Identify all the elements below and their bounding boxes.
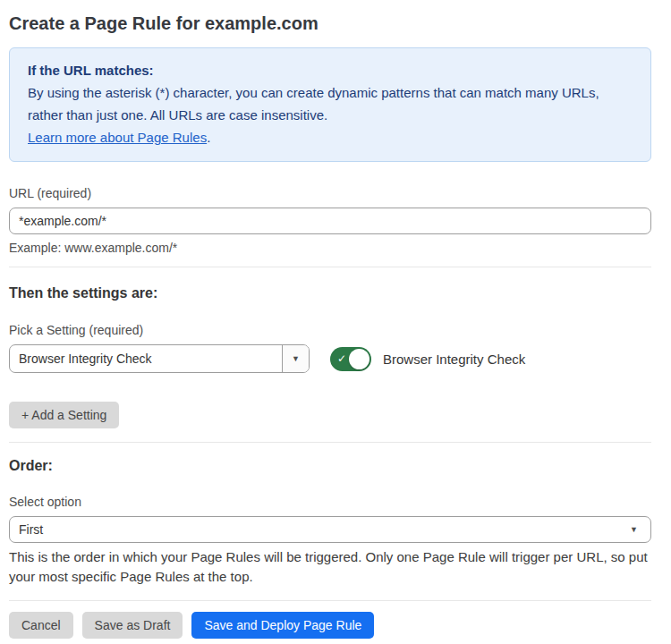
setting-toggle[interactable]: ✓ [330, 347, 371, 371]
setting-toggle-label: Browser Integrity Check [383, 352, 525, 367]
link-suffix: . [207, 130, 210, 145]
section-divider [9, 442, 651, 443]
save-as-draft-button[interactable]: Save as Draft [82, 612, 183, 639]
order-help-text: This is the order in which your Page Rul… [9, 547, 651, 587]
cancel-button[interactable]: Cancel [9, 612, 73, 639]
order-section-heading: Order: [9, 457, 651, 475]
settings-section-heading: Then the settings are: [9, 284, 651, 302]
toggle-knob [349, 349, 369, 369]
chevron-down-icon: ▼ [292, 355, 300, 363]
create-page-rule-form: Create a Page Rule for example.com If th… [0, 0, 671, 639]
footer-divider [9, 600, 651, 601]
learn-more-link[interactable]: Learn more about Page Rules [28, 130, 207, 145]
url-input[interactable] [9, 208, 651, 234]
footer-actions: Cancel Save as Draft Save and Deploy Pag… [9, 612, 651, 639]
info-box-body: By using the asterisk (*) character, you… [28, 81, 633, 126]
order-select-value: First [19, 522, 630, 537]
section-divider [9, 267, 651, 267]
url-matches-info-box: If the URL matches: By using the asteris… [9, 47, 651, 162]
order-select-label: Select option [9, 493, 651, 511]
order-select[interactable]: First ▼ [9, 516, 651, 543]
info-box-heading: If the URL matches: [28, 59, 633, 81]
setting-row: Browser Integrity Check ▼ ✓ Browser Inte… [9, 344, 651, 373]
add-setting-button[interactable]: + Add a Setting [9, 402, 119, 428]
chevron-down-icon: ▼ [630, 526, 638, 534]
setting-dropdown[interactable]: Browser Integrity Check ▼ [9, 344, 310, 373]
setting-dropdown-value: Browser Integrity Check [10, 345, 282, 372]
url-field-label: URL (required) [9, 184, 651, 202]
page-title: Create a Page Rule for example.com [9, 13, 651, 34]
setting-dropdown-caret-button[interactable]: ▼ [282, 345, 309, 372]
pick-setting-label: Pick a Setting (required) [9, 321, 651, 339]
check-icon: ✓ [337, 353, 346, 364]
info-box-link-line: Learn more about Page Rules. [28, 126, 633, 148]
save-and-deploy-button[interactable]: Save and Deploy Page Rule [191, 612, 374, 639]
url-example-text: Example: www.example.com/* [9, 240, 651, 256]
